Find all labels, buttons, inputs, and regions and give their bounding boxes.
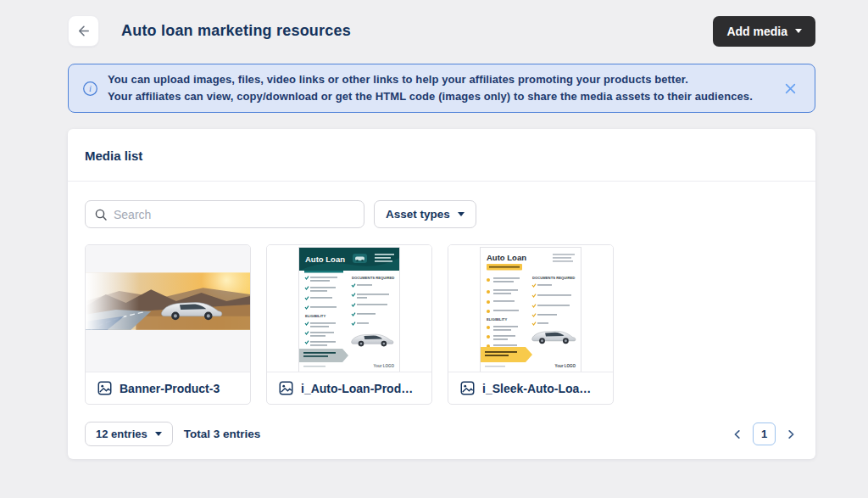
banner-line-2: Your affiliates can view, copy/download … <box>108 88 753 105</box>
asset-card-grid: Banner-Product-3 Auto Loan <box>85 244 798 405</box>
search-icon <box>94 208 108 221</box>
top-bar: Auto loan marketing resources Add media <box>68 15 815 47</box>
next-page-button[interactable] <box>783 427 798 442</box>
image-icon <box>279 381 293 395</box>
flyer-title: Auto Loan <box>487 253 526 262</box>
media-list-panel: Media list Asset types <box>68 129 815 459</box>
page-title: Auto loan marketing resources <box>121 22 351 40</box>
asset-caption: Banner-Product-3 <box>86 372 250 404</box>
asset-types-dropdown[interactable]: Asset types <box>374 200 476 228</box>
info-icon: i <box>82 81 98 97</box>
asset-card-sleek-auto-loan-flyer[interactable]: Auto Loan <box>448 244 614 405</box>
chevron-down-icon <box>795 29 802 33</box>
chevron-left-icon <box>732 428 743 440</box>
search-box <box>85 200 364 228</box>
search-input[interactable] <box>114 208 355 221</box>
banner-close-button[interactable] <box>782 80 799 98</box>
add-media-label: Add media <box>726 25 787 38</box>
flyer-logo-text: Your LOGO <box>374 364 395 368</box>
flyer-documents-heading: DOCUMENTS REQUIRED <box>352 276 394 280</box>
image-icon <box>460 381 475 395</box>
panel-divider <box>68 181 815 182</box>
asset-types-label: Asset types <box>386 208 450 221</box>
previous-page-button[interactable] <box>730 427 745 442</box>
page-number: 1 <box>761 428 767 440</box>
pagination: 1 <box>730 422 798 445</box>
svg-text:i: i <box>89 84 92 93</box>
asset-name: Banner-Product-3 <box>120 382 220 395</box>
asset-card-auto-loan-flyer[interactable]: Auto Loan <box>266 244 432 405</box>
flyer-thumbnail-teal: Auto Loan <box>267 245 431 372</box>
add-media-button[interactable]: Add media <box>713 16 815 47</box>
asset-name: i_Sleek-Auto-Loa… <box>482 382 591 395</box>
flyer-logo-text: Your LOGO <box>555 364 576 368</box>
chevron-down-icon <box>155 432 162 436</box>
banner-line-1: You can upload images, files, video link… <box>108 71 753 88</box>
banner-text: You can upload images, files, video link… <box>108 71 753 105</box>
banner-thumbnail-image <box>86 245 250 372</box>
info-banner: i You can upload images, files, video li… <box>68 64 815 113</box>
asset-caption: i_Auto-Loan-Prod… <box>267 372 431 404</box>
close-icon <box>785 83 796 94</box>
flyer-documents-heading: DOCUMENTS REQUIRED <box>532 276 575 280</box>
arrow-left-icon <box>75 23 92 39</box>
entries-per-page-dropdown[interactable]: 12 entries <box>85 422 173 446</box>
panel-title: Media list <box>68 129 815 163</box>
asset-card-banner-product-3[interactable]: Banner-Product-3 <box>85 244 251 405</box>
back-button[interactable] <box>68 15 99 47</box>
image-icon <box>97 381 112 395</box>
asset-name: i_Auto-Loan-Prod… <box>301 382 413 395</box>
chevron-down-icon <box>458 212 465 216</box>
panel-footer: 12 entries Total 3 entries 1 <box>85 422 798 446</box>
flyer-eligibility-heading: ELIGIBILITY <box>487 317 507 322</box>
total-entries-label: Total 3 entries <box>184 428 261 440</box>
flyer-eligibility-heading: ELIGIBILITY <box>305 314 326 318</box>
page-number-button[interactable]: 1 <box>753 422 776 445</box>
flyer-thumbnail-yellow: Auto Loan <box>448 245 613 372</box>
chevron-right-icon <box>785 428 797 440</box>
asset-caption: i_Sleek-Auto-Loa… <box>448 372 613 404</box>
flyer-title: Auto Loan <box>305 255 345 264</box>
entries-label: 12 entries <box>96 428 147 440</box>
toolbar: Asset types <box>85 200 798 228</box>
